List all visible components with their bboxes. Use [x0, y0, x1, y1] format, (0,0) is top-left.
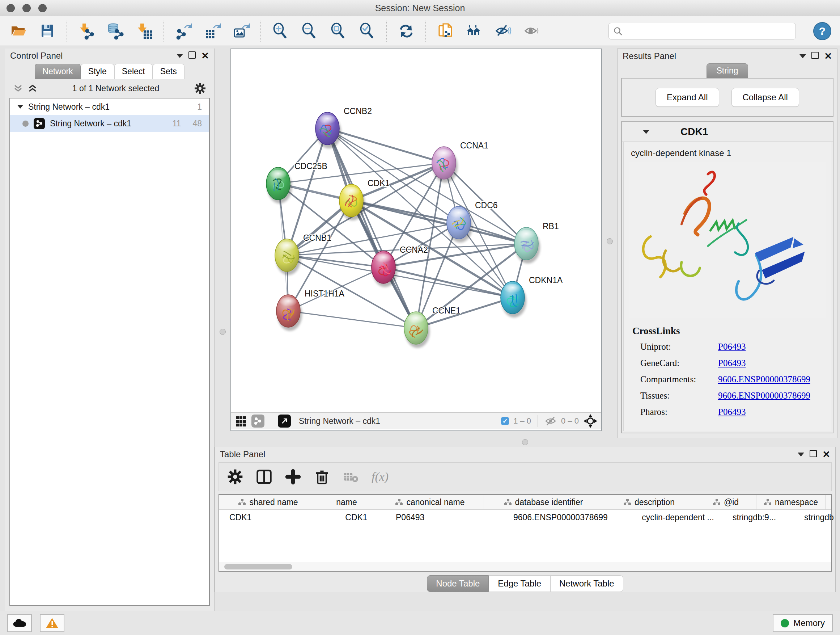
results-panel-close-icon[interactable]: ✕: [824, 51, 832, 61]
control-panel-float-icon[interactable]: [177, 54, 183, 58]
namespace-tree-icon: [395, 499, 403, 506]
collection-expand-icon[interactable]: [17, 105, 23, 109]
grid-view-icon[interactable]: [235, 415, 247, 427]
zoom-out-button[interactable]: [300, 21, 319, 41]
control-panel-close-icon[interactable]: ✕: [201, 51, 209, 60]
namespace-tree-icon: [504, 499, 512, 506]
import-network-database-button[interactable]: [106, 21, 125, 41]
column-header-description[interactable]: description: [603, 495, 695, 509]
control-panel-maximize-icon[interactable]: [188, 51, 196, 59]
table-panel-maximize-icon[interactable]: [810, 450, 817, 457]
tab-select[interactable]: Select: [114, 64, 153, 79]
export-image-button[interactable]: [232, 21, 251, 41]
table-settings-gear-icon[interactable]: [227, 469, 243, 485]
network-canvas[interactable]: CCNB2CCNA1CDC25BCDK1CDC6RB1CCNB1CCNA2CDK…: [231, 49, 600, 412]
network-row-selected[interactable]: String Network – cdk1 11 48: [10, 115, 209, 132]
table-cell[interactable]: stringdb: [785, 510, 840, 525]
tab-network-table[interactable]: Network Table: [550, 575, 623, 592]
search-box[interactable]: [608, 23, 796, 40]
memory-button[interactable]: Memory: [773, 614, 833, 632]
duplicate-network-button[interactable]: [436, 21, 455, 41]
tab-style[interactable]: Style: [81, 64, 114, 79]
table-cell[interactable]: P06493: [386, 510, 503, 525]
left-splitter-handle[interactable]: [219, 329, 226, 335]
column-header-namespace[interactable]: namespace: [756, 495, 826, 509]
results-panel-maximize-icon[interactable]: [812, 52, 819, 59]
app-window: Session: New Session ? Control Panel ✕ N…: [0, 0, 840, 635]
pan-crosshair-icon[interactable]: [583, 414, 598, 428]
column-header-shared-name[interactable]: shared name: [219, 495, 317, 509]
birdseye-view-icon[interactable]: [278, 415, 291, 428]
gene-collapse-icon[interactable]: [643, 130, 649, 134]
crosslink-link[interactable]: P06493: [718, 407, 745, 417]
network-collection-row[interactable]: String Network – cdk1 1: [10, 98, 209, 115]
collapse-all-button[interactable]: Collapse All: [731, 88, 799, 107]
tab-sets[interactable]: Sets: [153, 64, 185, 79]
table-row[interactable]: CDK1CDK1P064939606.ENSP00000378699cyclin…: [219, 510, 831, 525]
crosslink-label: Uniprot:: [632, 342, 718, 352]
tab-node-table[interactable]: Node Table: [427, 575, 489, 592]
column-header--id[interactable]: @id: [695, 495, 756, 509]
warning-button[interactable]: [40, 614, 65, 632]
refresh-layout-button[interactable]: [396, 21, 416, 41]
open-file-icon: [10, 22, 27, 40]
crosslink-link[interactable]: P06493: [718, 358, 745, 368]
table-horizontal-scrollbar[interactable]: [219, 562, 831, 571]
tab-edge-table[interactable]: Edge Table: [489, 575, 550, 592]
table-panel-float-icon[interactable]: [798, 453, 804, 456]
table-cell[interactable]: 9606.ENSP00000378699: [503, 510, 632, 525]
crosslink-link[interactable]: 9606.ENSP00000378699: [718, 391, 810, 401]
expand-all-button[interactable]: Expand All: [655, 88, 719, 107]
cloud-icon: [12, 618, 27, 628]
window-controls: [6, 4, 47, 12]
import-table-file-button[interactable]: [134, 21, 154, 41]
results-panel-float-icon[interactable]: [799, 54, 806, 58]
horizontal-splitter-handle[interactable]: [522, 439, 528, 445]
save-session-button[interactable]: [38, 21, 57, 41]
zoom-selected-button[interactable]: [357, 21, 377, 41]
column-header-database-identifier[interactable]: database identifier: [484, 495, 603, 509]
network-type-icon: [34, 118, 45, 129]
gear-icon[interactable]: [194, 82, 206, 95]
expand-all-chevron-icon[interactable]: [27, 83, 38, 94]
column-header-name[interactable]: name: [317, 495, 376, 509]
table-panel-close-icon[interactable]: ✕: [822, 450, 830, 459]
close-window-button[interactable]: [6, 4, 15, 12]
table-cell[interactable]: CDK1: [327, 510, 386, 525]
add-column-icon[interactable]: [285, 469, 302, 485]
export-table-button[interactable]: [202, 21, 222, 41]
crosslink-link[interactable]: P06493: [718, 342, 745, 352]
selected-checkbox-icon[interactable]: ✓: [501, 417, 509, 425]
import-network-file-button[interactable]: [77, 21, 96, 41]
scrollbar-thumb[interactable]: [224, 564, 292, 570]
search-input[interactable]: [625, 26, 791, 36]
main-toolbar: ?: [0, 16, 840, 46]
network-share-view-icon[interactable]: [251, 415, 264, 428]
zoom-fit-icon: [330, 22, 347, 40]
zoom-in-button[interactable]: [271, 21, 290, 41]
cloud-status-button[interactable]: [7, 614, 32, 632]
minimize-window-button[interactable]: [22, 4, 31, 12]
first-neighbors-button[interactable]: [464, 21, 484, 41]
export-network-button[interactable]: [174, 21, 193, 41]
show-columns-icon[interactable]: [256, 469, 272, 485]
open-file-button[interactable]: [9, 21, 28, 41]
tab-string[interactable]: String: [706, 63, 748, 78]
help-button[interactable]: ?: [813, 22, 831, 40]
zoom-window-button[interactable]: [38, 4, 47, 12]
gene-section-header[interactable]: CDK1: [622, 122, 833, 142]
zoom-fit-button[interactable]: [328, 21, 348, 41]
column-header-canonical-name[interactable]: canonical name: [376, 495, 484, 509]
crosslink-link[interactable]: 9606.ENSP00000378699: [718, 374, 810, 385]
table-cell[interactable]: stringdb:9...: [724, 510, 785, 525]
table-cell[interactable]: CDK1: [219, 510, 327, 525]
hide-selected-button[interactable]: [493, 21, 513, 41]
delete-column-trash-icon[interactable]: [314, 469, 330, 485]
table-cell[interactable]: cyclin-dependent ...: [632, 510, 724, 525]
network-selector-row: 1 of 1 Network selected: [5, 79, 214, 98]
collapse-all-chevron-icon[interactable]: [13, 83, 23, 94]
right-splitter-handle[interactable]: [607, 238, 613, 244]
tab-network[interactable]: Network: [35, 64, 80, 79]
show-all-button[interactable]: [523, 21, 542, 41]
show-all-icon: [523, 22, 541, 40]
